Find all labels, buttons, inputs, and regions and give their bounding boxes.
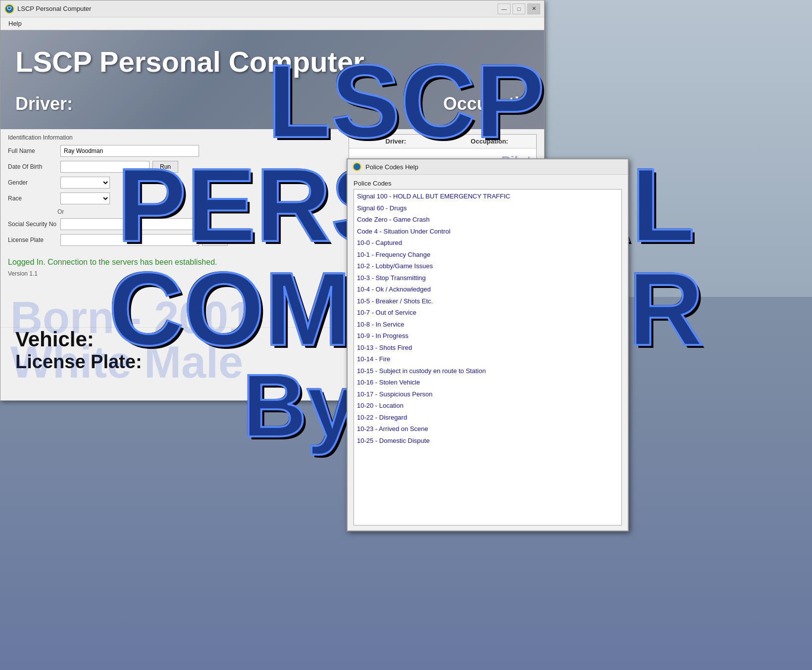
banner-title: LSCP Personal Computer: [15, 45, 364, 78]
list-item[interactable]: Code Zero - Game Crash: [356, 214, 619, 226]
full-name-label: Full Name: [8, 147, 57, 154]
list-item[interactable]: 10-16 - Stolen Vehicle: [356, 377, 619, 388]
section-title: Identification Information: [8, 134, 344, 141]
run-plate-button[interactable]: Run: [202, 234, 228, 246]
list-item[interactable]: 10-5 - Breaker / Shots Etc.: [356, 295, 619, 307]
menu-bar: Help: [0, 17, 544, 30]
dialog-content: Police Codes Signal 100 - HOLD ALL BUT E…: [348, 175, 628, 530]
list-item[interactable]: 10-15 - Subject in custody en route to S…: [356, 365, 619, 377]
ssn-label: Social Security No: [8, 221, 57, 228]
list-item[interactable]: 10-22 - Disregard: [356, 412, 619, 424]
gender-select[interactable]: Male Female: [60, 177, 110, 189]
title-bar-left: 🛡 LSCP Personal Computer: [4, 4, 91, 14]
or-text: Or: [57, 208, 344, 215]
list-item[interactable]: 10-3 - Stop Transmitting: [356, 272, 619, 284]
list-item[interactable]: 10-9 - In Progress: [356, 330, 619, 342]
help-menu[interactable]: Help: [4, 19, 26, 28]
app-icon: 🛡: [4, 4, 14, 14]
dob-label: Date Of Birth: [8, 163, 57, 170]
police-codes-label: Police Codes: [354, 180, 622, 187]
ssn-row: Social Security No: [8, 218, 344, 230]
dob-input[interactable]: [60, 161, 150, 173]
police-codes-dialog: Police Codes Help Police Codes Signal 10…: [347, 158, 629, 531]
license-plate-row: License Plate Run: [8, 234, 344, 246]
list-item[interactable]: 10-7 - Out of Service: [356, 307, 619, 319]
list-item[interactable]: 10-20 - Location: [356, 400, 619, 412]
dialog-icon: [353, 162, 361, 171]
list-item[interactable]: 10-17 - Suspicious Person: [356, 388, 619, 400]
codes-list[interactable]: Signal 100 - HOLD ALL BUT EMERGENCY TRAF…: [354, 189, 622, 526]
title-bar: 🛡 LSCP Personal Computer — □ ✕: [0, 0, 544, 17]
race-row: Race White Black Hispanic: [8, 192, 344, 204]
run-dob-button[interactable]: Run: [152, 161, 178, 173]
race-label: Race: [8, 195, 57, 202]
list-item[interactable]: Signal 60 - Drugs: [356, 202, 619, 214]
list-item[interactable]: 10-13 - Shots Fired: [356, 342, 619, 354]
version-text: Version 1.1: [8, 270, 38, 277]
license-plate-label: License Plate: [8, 237, 57, 243]
banner-occupation-label: Occupati: [443, 94, 519, 114]
list-item[interactable]: Signal 100 - HOLD ALL BUT EMERGENCY TRAF…: [356, 191, 619, 202]
maximize-button[interactable]: □: [512, 3, 525, 14]
left-form: Identification Information Full Name Dat…: [8, 134, 344, 322]
right-occupation-label: Occupation:: [448, 138, 531, 145]
full-name-row: Full Name: [8, 145, 344, 157]
list-item[interactable]: 10-1 - Frequency Change: [356, 249, 619, 261]
list-item[interactable]: 10-4 - Ok / Acknowledged: [356, 284, 619, 295]
status-text: Logged In. Connection to the servers has…: [8, 258, 217, 267]
gender-label: Gender: [8, 179, 57, 186]
list-item[interactable]: 10-2 - Lobby/Game Issues: [356, 260, 619, 272]
window-title: LSCP Personal Computer: [17, 5, 91, 12]
list-item[interactable]: 10-23 - Arrived on Scene: [356, 423, 619, 435]
ssn-input[interactable]: [60, 218, 199, 230]
title-bar-controls: — □ ✕: [498, 3, 540, 14]
license-plate-input[interactable]: [60, 234, 199, 246]
race-select[interactable]: White Black Hispanic: [60, 192, 110, 204]
dialog-title: Police Codes Help: [365, 163, 418, 171]
dob-row: Date Of Birth Run: [8, 161, 344, 173]
right-panel-header: Driver: Occupation:: [349, 135, 536, 148]
list-item[interactable]: 10-8 - In Service: [356, 319, 619, 331]
gender-row: Gender Male Female: [8, 177, 344, 189]
minimize-button[interactable]: —: [498, 3, 510, 14]
full-name-input[interactable]: [60, 145, 199, 157]
banner: LSCP Personal Computer Driver: Occupati: [0, 30, 544, 129]
list-item[interactable]: 10-0 - Captured: [356, 237, 619, 249]
list-item[interactable]: Code 4 - Situation Under Control: [356, 226, 619, 238]
dialog-title-bar: Police Codes Help: [348, 159, 628, 175]
list-item[interactable]: 10-25 - Domestic Dispute: [356, 435, 619, 447]
banner-driver-label: Driver:: [15, 94, 73, 114]
right-driver-label: Driver:: [354, 138, 438, 145]
close-button[interactable]: ✕: [527, 3, 540, 14]
list-item[interactable]: 10-14 - Fire: [356, 353, 619, 365]
